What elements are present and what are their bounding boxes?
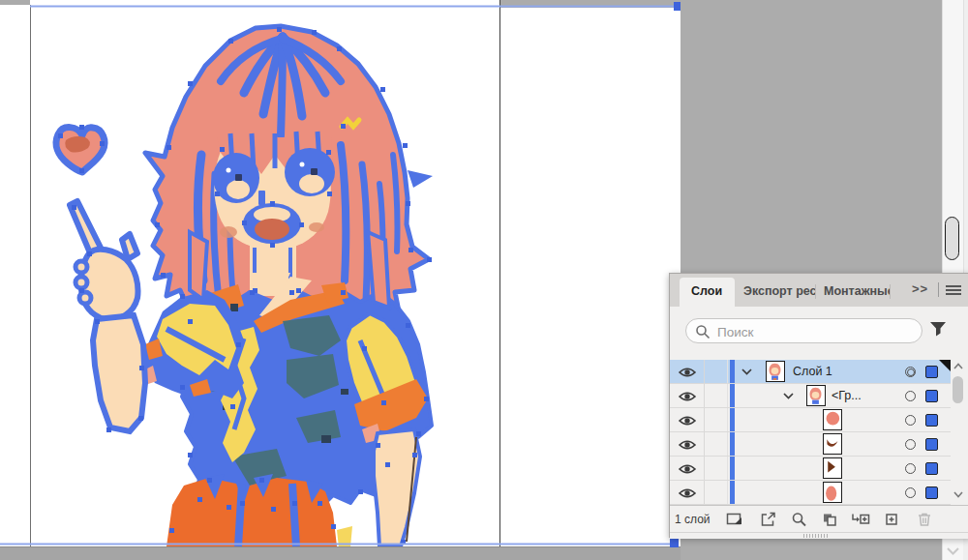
layer-row-path[interactable] bbox=[670, 481, 951, 505]
panel-footer: 1 слой bbox=[670, 505, 968, 533]
search-field[interactable] bbox=[685, 318, 923, 343]
layer-thumbnail bbox=[823, 409, 842, 430]
selection-square-icon[interactable] bbox=[925, 486, 938, 499]
vertical-scrollbar-bottom[interactable] bbox=[942, 538, 963, 560]
layer-thumbnail bbox=[823, 433, 842, 455]
locate-object-icon[interactable] bbox=[790, 511, 809, 528]
application-window: Слои Экспорт рес Монтажные >> bbox=[0, 0, 968, 560]
eye-icon bbox=[679, 439, 696, 451]
selection-handle[interactable] bbox=[674, 2, 681, 11]
eye-icon bbox=[679, 487, 696, 499]
selection-handle[interactable] bbox=[670, 539, 679, 547]
layer-name[interactable]: <Гр... bbox=[832, 389, 862, 402]
target-circle-icon[interactable] bbox=[905, 487, 916, 498]
selected-layer-corner-indicator bbox=[939, 360, 951, 371]
target-circle-icon[interactable] bbox=[905, 391, 916, 401]
layer-thumbnail bbox=[806, 385, 826, 406]
new-layer-icon[interactable] bbox=[882, 511, 901, 528]
tab-export-label: Экспорт рес bbox=[735, 278, 815, 298]
dock-edge bbox=[963, 0, 968, 273]
delete-icon[interactable] bbox=[915, 511, 934, 528]
collect-for-export-icon[interactable] bbox=[725, 511, 744, 528]
target-circle-icon[interactable] bbox=[905, 367, 916, 377]
search-input[interactable] bbox=[715, 320, 913, 343]
new-sublayer-icon[interactable] bbox=[850, 511, 869, 528]
tab-artboards-label: Монтажные bbox=[815, 278, 890, 298]
artwork-anime-girl[interactable] bbox=[0, 0, 681, 560]
selection-color-bar bbox=[730, 384, 735, 407]
tab-export-assets[interactable]: Экспорт рес bbox=[735, 278, 815, 307]
scrollbar-thumb[interactable] bbox=[953, 376, 963, 403]
layers-panel: Слои Экспорт рес Монтажные >> bbox=[669, 273, 968, 538]
layer-row-layer1[interactable]: Слой 1 bbox=[670, 360, 951, 384]
tab-overflow-chevrons-icon[interactable]: >> bbox=[912, 281, 928, 296]
eye-icon bbox=[679, 391, 696, 402]
divider bbox=[938, 282, 939, 297]
selection-square-icon[interactable] bbox=[925, 414, 938, 427]
visibility-toggle[interactable] bbox=[670, 360, 705, 383]
selection-square-icon[interactable] bbox=[925, 462, 938, 475]
chevron-down-icon[interactable] bbox=[741, 368, 752, 375]
layer-row-group[interactable]: <Гр... bbox=[670, 384, 951, 408]
eye-icon bbox=[679, 463, 696, 475]
scroll-down-icon[interactable] bbox=[953, 491, 963, 498]
panel-tabbar: Слои Экспорт рес Монтажные >> bbox=[670, 274, 968, 307]
layer-list: Слой 1 <Гр... bbox=[670, 360, 968, 505]
layer-row-path[interactable] bbox=[670, 408, 951, 432]
selection-square-icon[interactable] bbox=[925, 438, 938, 451]
layer-thumbnail bbox=[766, 361, 785, 382]
visibility-toggle[interactable] bbox=[670, 457, 705, 480]
scroll-down-icon[interactable] bbox=[947, 547, 959, 555]
layer-name[interactable]: Слой 1 bbox=[793, 365, 832, 378]
eye-icon bbox=[679, 367, 696, 378]
chevron-down-icon[interactable] bbox=[783, 393, 794, 399]
visibility-toggle[interactable] bbox=[670, 384, 705, 407]
tab-layers[interactable]: Слои bbox=[680, 278, 735, 307]
layer-thumbnail bbox=[823, 482, 842, 503]
layer-thumbnail bbox=[823, 457, 842, 479]
selection-square-icon[interactable] bbox=[925, 366, 938, 378]
search-row bbox=[670, 307, 968, 357]
filter-icon[interactable] bbox=[929, 321, 948, 338]
target-circle-icon[interactable] bbox=[905, 415, 916, 426]
visibility-toggle[interactable] bbox=[670, 432, 705, 456]
export-selection-icon[interactable] bbox=[759, 511, 778, 528]
selection-color-bar bbox=[730, 481, 735, 504]
visibility-toggle[interactable] bbox=[670, 408, 705, 431]
search-icon bbox=[695, 324, 711, 339]
selection-color-bar bbox=[730, 408, 735, 431]
dock-edge-bottom bbox=[963, 538, 968, 560]
selection-color-bar bbox=[730, 360, 735, 383]
panel-menu-icon[interactable] bbox=[946, 285, 961, 297]
panel-resize-gripper[interactable] bbox=[670, 532, 968, 539]
target-circle-icon[interactable] bbox=[905, 439, 916, 450]
scroll-up-icon[interactable] bbox=[953, 363, 963, 369]
selection-square-icon[interactable] bbox=[925, 390, 938, 402]
panel-scrollbar[interactable] bbox=[951, 360, 966, 505]
selection-color-bar bbox=[730, 432, 735, 456]
document-canvas[interactable] bbox=[0, 0, 681, 560]
eye-icon bbox=[679, 415, 696, 427]
tab-artboards[interactable]: Монтажные bbox=[815, 278, 890, 307]
layer-row-path[interactable] bbox=[670, 457, 951, 481]
layer-row-path[interactable] bbox=[670, 432, 951, 457]
target-circle-icon[interactable] bbox=[905, 463, 916, 474]
layer-count: 1 слой bbox=[675, 513, 711, 526]
tab-layers-label: Слои bbox=[680, 278, 735, 298]
selection-color-bar bbox=[730, 457, 735, 480]
visibility-toggle[interactable] bbox=[670, 481, 705, 504]
vertical-scrollbar[interactable] bbox=[942, 0, 963, 273]
scrollbar-thumb[interactable] bbox=[945, 217, 959, 260]
clipping-mask-icon[interactable] bbox=[820, 511, 839, 528]
